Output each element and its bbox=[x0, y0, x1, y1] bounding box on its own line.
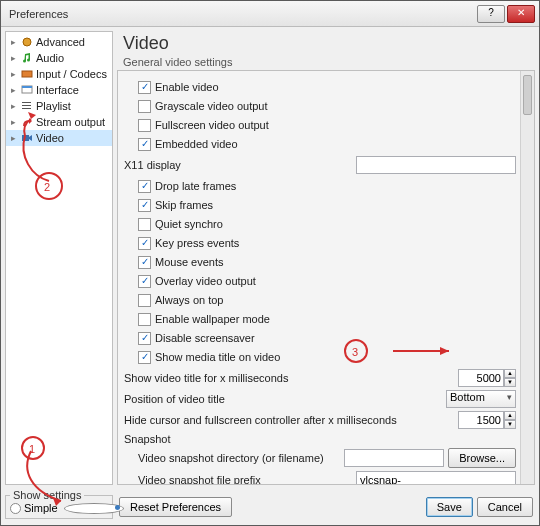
label-hide-cursor: Hide cursor and fullscreen controller af… bbox=[124, 414, 458, 426]
label-snap-prefix: Video snapshot file prefix bbox=[138, 474, 356, 484]
spin-down-icon[interactable]: ▼ bbox=[504, 378, 516, 387]
checkbox-key-press[interactable] bbox=[138, 237, 151, 250]
radio-simple[interactable]: Simple bbox=[10, 502, 58, 514]
scrollbar-thumb[interactable] bbox=[523, 75, 532, 115]
window-buttons: ? ✕ bbox=[475, 5, 535, 23]
reset-preferences-button[interactable]: Reset Preferences bbox=[119, 497, 232, 517]
checkbox-show-title[interactable] bbox=[138, 351, 151, 364]
checkbox-wallpaper[interactable] bbox=[138, 313, 151, 326]
chevron-right-icon[interactable]: ▸ bbox=[8, 53, 18, 63]
tree-item-interface[interactable]: ▸ Interface bbox=[6, 82, 112, 98]
chevron-right-icon[interactable]: ▸ bbox=[8, 37, 18, 47]
codec-icon bbox=[20, 68, 34, 80]
checkbox-mouse-events[interactable] bbox=[138, 256, 151, 269]
chevron-right-icon[interactable]: ▸ bbox=[8, 117, 18, 127]
checkbox-embedded[interactable] bbox=[138, 138, 151, 151]
body: ▸ Advanced ▸ Audio ▸ Input / Codecs ▸ bbox=[1, 27, 539, 489]
checkbox-disable-screensaver[interactable] bbox=[138, 332, 151, 345]
checkbox-always-on-top[interactable] bbox=[138, 294, 151, 307]
spinner-hide-cursor[interactable]: ▲▼ bbox=[458, 411, 516, 429]
label-title-pos: Position of video title bbox=[124, 393, 446, 405]
group-snapshot: Snapshot bbox=[124, 433, 516, 445]
checkbox-grayscale[interactable] bbox=[138, 100, 151, 113]
checkbox-overlay[interactable] bbox=[138, 275, 151, 288]
svg-rect-1 bbox=[22, 71, 32, 77]
page-title: Video bbox=[117, 31, 535, 56]
playlist-icon bbox=[20, 100, 34, 112]
select-title-position[interactable]: Bottom bbox=[446, 390, 516, 408]
tree-item-stream-output[interactable]: ▸ Stream output bbox=[6, 114, 112, 130]
cancel-button[interactable]: Cancel bbox=[477, 497, 533, 517]
svg-rect-3 bbox=[22, 86, 32, 88]
input-x11-display[interactable] bbox=[356, 156, 516, 174]
input-snapshot-dir[interactable] bbox=[344, 449, 444, 467]
chevron-right-icon[interactable]: ▸ bbox=[8, 101, 18, 111]
label-snap-dir: Video snapshot directory (or filename) bbox=[138, 452, 344, 464]
svg-rect-6 bbox=[22, 108, 31, 109]
category-tree: ▸ Advanced ▸ Audio ▸ Input / Codecs ▸ bbox=[5, 31, 113, 485]
save-button[interactable]: Save bbox=[426, 497, 473, 517]
svg-rect-5 bbox=[22, 105, 31, 106]
gear-icon bbox=[20, 36, 34, 48]
tree-item-playlist[interactable]: ▸ Playlist bbox=[6, 98, 112, 114]
footer: Show settings Simple All Reset Preferenc… bbox=[1, 489, 539, 525]
window-title: Preferences bbox=[9, 8, 475, 20]
close-button[interactable]: ✕ bbox=[507, 5, 535, 23]
chevron-right-icon[interactable]: ▸ bbox=[8, 133, 18, 143]
stream-icon bbox=[20, 116, 34, 128]
interface-icon bbox=[20, 84, 34, 96]
titlebar: Preferences ? ✕ bbox=[1, 1, 539, 27]
svg-rect-4 bbox=[22, 102, 31, 103]
label-x11: X11 display bbox=[124, 159, 356, 171]
video-icon bbox=[20, 132, 34, 144]
svg-rect-7 bbox=[22, 135, 29, 141]
preferences-window: Preferences ? ✕ ▸ Advanced ▸ Audio ▸ bbox=[0, 0, 540, 526]
label-title-ms: Show video title for x milliseconds bbox=[124, 372, 458, 384]
tree-item-video[interactable]: ▸ Video bbox=[6, 130, 112, 146]
tree-item-audio[interactable]: ▸ Audio bbox=[6, 50, 112, 66]
checkbox-enable-video[interactable] bbox=[138, 81, 151, 94]
settings-form: Enable video Grayscale video output Full… bbox=[117, 70, 535, 485]
chevron-right-icon[interactable]: ▸ bbox=[8, 69, 18, 79]
spin-up-icon[interactable]: ▲ bbox=[504, 369, 516, 378]
show-settings-group: Show settings Simple All bbox=[5, 495, 113, 519]
spin-down-icon[interactable]: ▼ bbox=[504, 420, 516, 429]
main-panel: Video General video settings Enable vide… bbox=[117, 31, 535, 485]
checkbox-drop-late[interactable] bbox=[138, 180, 151, 193]
help-button[interactable]: ? bbox=[477, 5, 505, 23]
spin-up-icon[interactable]: ▲ bbox=[504, 411, 516, 420]
note-icon bbox=[20, 52, 34, 64]
checkbox-quiet-synchro[interactable] bbox=[138, 218, 151, 231]
checkbox-skip-frames[interactable] bbox=[138, 199, 151, 212]
tree-item-advanced[interactable]: ▸ Advanced bbox=[6, 34, 112, 50]
section-label: General video settings bbox=[117, 56, 535, 70]
spinner-title-ms[interactable]: ▲▼ bbox=[458, 369, 516, 387]
checkbox-fullscreen[interactable] bbox=[138, 119, 151, 132]
vertical-scrollbar[interactable] bbox=[520, 71, 534, 484]
browse-button[interactable]: Browse... bbox=[448, 448, 516, 468]
input-snapshot-prefix[interactable] bbox=[356, 471, 516, 484]
svg-point-0 bbox=[23, 38, 31, 46]
chevron-right-icon[interactable]: ▸ bbox=[8, 85, 18, 95]
tree-item-input-codecs[interactable]: ▸ Input / Codecs bbox=[6, 66, 112, 82]
